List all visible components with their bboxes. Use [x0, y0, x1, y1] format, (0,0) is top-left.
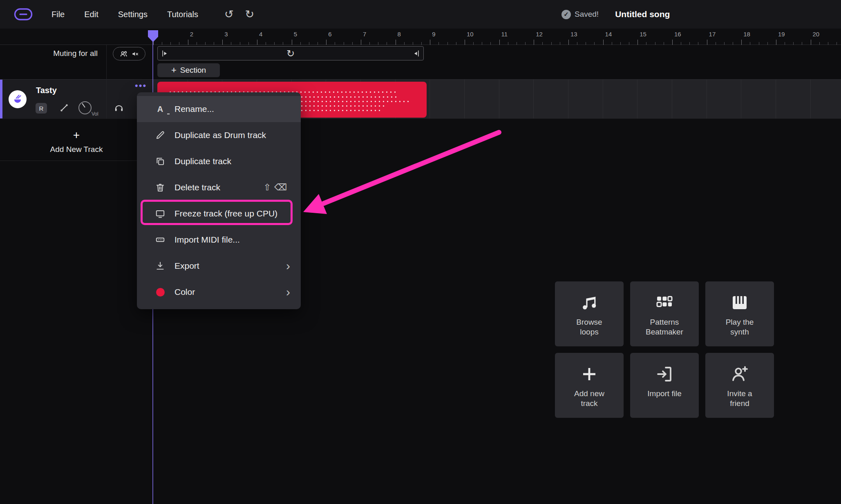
instrument-icon: [12, 94, 23, 105]
ruler-scale[interactable]: 234567891011121314151617181920: [153, 29, 841, 45]
add-section-button[interactable]: + Section: [157, 63, 220, 77]
menu-item-label: Export: [174, 261, 286, 271]
topbar: File Edit Settings Tutorials ↺ ↻ ✓ Saved…: [0, 0, 841, 29]
menu-item-duplicate-track[interactable]: Duplicate track: [137, 148, 301, 174]
card-play-the-synth[interactable]: Play the synth: [705, 281, 774, 346]
add-new-track-button[interactable]: + Add New Track: [0, 120, 153, 161]
loop-end-icon: [412, 49, 420, 58]
ruler-band: 234567891011121314151617181920: [0, 29, 841, 45]
topbar-right: ✓ Saved! Untitled song: [561, 0, 670, 29]
plus-icon: +: [0, 129, 153, 141]
redo-icon[interactable]: ↻: [245, 9, 255, 20]
card-invite-a-friend[interactable]: Invite a friend: [705, 353, 774, 418]
plus-icon: +: [171, 66, 177, 75]
ruler-mark: 13: [570, 31, 577, 38]
card-import-file[interactable]: Import file: [630, 353, 699, 418]
menubar: File Edit Settings Tutorials: [51, 10, 198, 19]
chevron-right-icon: ›: [286, 260, 290, 272]
track-options-icon[interactable]: •••: [135, 80, 147, 91]
ruler-mark: 7: [363, 31, 366, 38]
menu-edit[interactable]: Edit: [84, 10, 98, 19]
piano-icon: [705, 293, 774, 312]
ruler-mark: 11: [501, 31, 508, 38]
annotation-arrow: [0, 0, 841, 504]
menu-tutorials[interactable]: Tutorials: [167, 10, 198, 19]
trash-icon: [154, 181, 166, 194]
ruler-mark: 16: [674, 31, 681, 38]
card-patterns-beatmaker[interactable]: Patterns Beatmaker: [630, 281, 699, 346]
menu-item-import-midi[interactable]: Import MIDI file...: [137, 227, 301, 253]
mute-all-button[interactable]: [113, 47, 145, 60]
plus-icon: [555, 364, 624, 384]
saved-status: Saved!: [575, 10, 599, 19]
ruler-mark: 3: [224, 31, 228, 38]
ruler-mark: 8: [398, 31, 401, 38]
headphones-icon[interactable]: [114, 102, 124, 113]
people-icon: [119, 49, 128, 58]
volume-knob[interactable]: [78, 101, 92, 114]
menu-item-rename[interactable]: A Rename...: [137, 96, 301, 122]
beat-grid-icon: [630, 293, 699, 312]
ruler-mark: 5: [294, 31, 297, 38]
menu-item-export[interactable]: Export ›: [137, 253, 301, 279]
loop-region-bar[interactable]: ↻: [157, 46, 424, 60]
menu-file[interactable]: File: [51, 10, 65, 19]
muting-for-all-label: Muting for all: [0, 46, 98, 60]
ruler-mark: 19: [778, 31, 785, 38]
card-browse-loops[interactable]: Browse loops: [555, 281, 624, 346]
song-title[interactable]: Untitled song: [615, 9, 670, 19]
track-row: Tasty R Vol •••: [0, 79, 841, 119]
add-new-track-label: Add New Track: [0, 145, 153, 154]
menu-item-label: Color: [174, 287, 286, 297]
ruler-mark: 14: [605, 31, 612, 38]
record-arm-button[interactable]: R: [36, 103, 47, 114]
automation-icon[interactable]: [59, 103, 69, 113]
music-notes-icon: [555, 293, 624, 312]
loop-icon: ↻: [286, 49, 295, 58]
menu-settings[interactable]: Settings: [118, 10, 148, 19]
card-label: Play the synth: [717, 317, 763, 337]
card-label: Browse loops: [566, 317, 612, 337]
color-dot-icon: [154, 286, 166, 298]
pencil-icon: [154, 129, 166, 141]
ruler-mark: 9: [432, 31, 435, 38]
instrument-avatar[interactable]: [9, 90, 27, 108]
track-context-menu: A Rename... Duplicate as Drum track Dupl…: [137, 92, 301, 309]
track-accent-bar: [0, 80, 2, 118]
download-icon: [154, 260, 166, 272]
card-label: Invite a friend: [717, 389, 763, 408]
import-file-icon: [630, 364, 699, 384]
card-add-new-track[interactable]: Add new track: [555, 353, 624, 418]
ruler-mark: 17: [709, 31, 716, 38]
menu-item-duplicate-drum[interactable]: Duplicate as Drum track: [137, 122, 301, 148]
ruler-mark: 2: [190, 31, 193, 38]
menu-item-label: Import MIDI file...: [174, 235, 301, 245]
invite-friend-icon: [705, 364, 774, 384]
ruler-mark: 4: [259, 31, 262, 38]
loop-start-icon: [161, 49, 169, 58]
midi-icon: [154, 234, 166, 246]
menu-item-label: Duplicate track: [174, 156, 301, 166]
app-logo-icon[interactable]: [14, 8, 33, 21]
undo-icon[interactable]: ↺: [224, 9, 234, 20]
track-header: Tasty R Vol •••: [0, 80, 153, 118]
add-section-label: Section: [180, 66, 206, 75]
ruler-mark: 6: [328, 31, 331, 38]
ruler-mark: 18: [743, 31, 750, 38]
menu-item-freeze-track[interactable]: Freeze track (free up CPU): [137, 201, 301, 227]
rename-icon: A: [154, 103, 166, 115]
ruler-mark: 15: [640, 31, 646, 38]
monitor-icon: [154, 207, 166, 220]
menu-item-color[interactable]: Color ›: [137, 279, 301, 305]
chevron-right-icon: ›: [286, 286, 290, 298]
menu-item-label: Duplicate as Drum track: [174, 130, 301, 140]
track-name[interactable]: Tasty: [36, 86, 57, 95]
app-root: File Edit Settings Tutorials ↺ ↻ ✓ Saved…: [0, 0, 841, 504]
menu-item-delete-track[interactable]: Delete track ⇧⌫: [137, 174, 301, 201]
menu-item-label: Delete track: [174, 183, 263, 192]
panel-divider: [106, 45, 107, 119]
saved-check-icon: ✓: [561, 10, 571, 19]
delete-shortcut: ⇧⌫: [263, 182, 290, 193]
ruler-mark: 10: [467, 31, 474, 38]
menu-item-label: Rename...: [174, 104, 301, 114]
